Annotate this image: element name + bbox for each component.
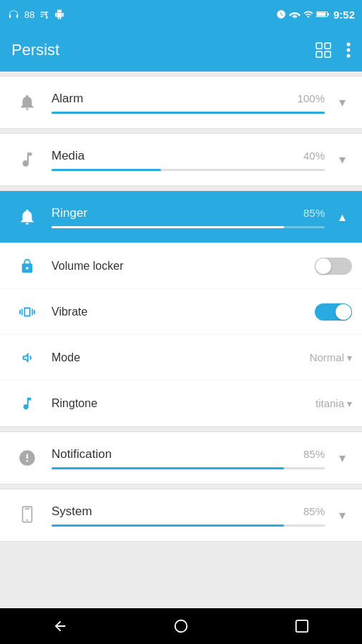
vibrate-icon: [19, 304, 35, 320]
more-icon[interactable]: [346, 42, 351, 59]
mode-text: Normal: [310, 351, 344, 364]
home-button[interactable]: [172, 617, 190, 635]
ringer-icon: [18, 208, 36, 226]
grid-icon[interactable]: [315, 42, 332, 59]
system-row-header[interactable]: System 85%: [0, 489, 362, 541]
battery-icon: [316, 9, 331, 19]
back-button[interactable]: [51, 617, 69, 635]
svg-rect-2: [317, 13, 326, 16]
alarm-progress-bg: [52, 112, 325, 114]
alarm-row-header[interactable]: Alarm 100%: [0, 77, 362, 128]
media-expand[interactable]: [332, 152, 352, 167]
volume-locker-toggle[interactable]: [315, 258, 352, 275]
mode-value[interactable]: Normal ▾: [310, 351, 352, 364]
ringer-label: Ringer: [52, 206, 87, 220]
back-icon: [52, 618, 68, 634]
svg-rect-14: [295, 620, 307, 632]
lock-icon: [19, 258, 35, 274]
notification-progress-bg: [52, 467, 325, 469]
alarm-chevron-down: [339, 94, 346, 110]
media-progress-bg: [52, 169, 325, 171]
alarm-info: Alarm 100%: [44, 92, 332, 114]
notification-row-header[interactable]: Notification 85%: [0, 432, 362, 484]
system-chevron-down: [339, 507, 346, 523]
alarm-expand[interactable]: [332, 94, 352, 110]
svg-rect-1: [328, 13, 329, 16]
alarm-icon-area: [10, 93, 44, 112]
ringer-percent: 85%: [303, 207, 325, 219]
svg-point-13: [175, 620, 187, 633]
vibrate-label: Vibrate: [44, 306, 315, 318]
recents-icon: [295, 619, 309, 633]
headphone-icon: [7, 9, 20, 19]
svg-rect-5: [316, 52, 322, 57]
ringer-row-header[interactable]: Ringer 85%: [0, 191, 362, 243]
notification-label: Notification: [52, 447, 112, 462]
system-info: System 85%: [44, 504, 332, 527]
svg-point-8: [347, 49, 351, 52]
ringtone-icon: [19, 396, 35, 411]
svg-rect-4: [325, 43, 331, 49]
notification-icon: [18, 449, 36, 467]
media-row-header[interactable]: Media 40%: [0, 134, 362, 185]
notification-info: Notification 85%: [44, 447, 332, 469]
toggle-on-vibrate[interactable]: [315, 303, 352, 321]
ringtone-text: titania: [315, 397, 344, 409]
system-progress-bg: [52, 525, 325, 527]
media-info: Media 40%: [44, 149, 332, 171]
ringtone-row: Ringtone titania ▾: [0, 381, 362, 426]
system-card: System 85%: [0, 489, 362, 542]
volume-locker-label: Volume locker: [44, 260, 315, 273]
ringer-icon-area: [10, 208, 44, 226]
mode-chevron: ▾: [347, 352, 352, 364]
system-percent: 85%: [303, 505, 325, 517]
recents-button[interactable]: [293, 617, 311, 635]
wifi-icon: [289, 10, 300, 19]
ringer-info: Ringer 85%: [44, 206, 332, 228]
ringer-chevron-up: [339, 209, 346, 225]
android-icon: [54, 9, 64, 19]
status-bar-right: 9:52: [276, 9, 355, 21]
main-content: Alarm 100% Media 40%: [0, 72, 362, 608]
ringtone-chevron: ▾: [347, 398, 352, 409]
vibrate-toggle[interactable]: [315, 303, 352, 321]
media-card: Media 40%: [0, 133, 362, 186]
svg-point-12: [26, 519, 29, 522]
media-icon: [18, 150, 36, 169]
system-expand[interactable]: [332, 507, 352, 523]
toggle-off-volume-locker[interactable]: [315, 258, 352, 275]
system-icon-area: [10, 506, 44, 525]
ringer-expand[interactable]: [332, 209, 352, 225]
alarm-progress-fill: [52, 112, 325, 114]
system-label: System: [52, 504, 92, 519]
home-icon: [173, 618, 189, 634]
system-icon: [19, 506, 35, 525]
status-number: 88: [24, 9, 34, 20]
volume-locker-icon-area: [10, 258, 44, 274]
ringer-progress-fill: [52, 226, 284, 228]
status-bar-left: 88: [7, 9, 64, 20]
notification-icon-area: [10, 449, 44, 467]
svg-rect-6: [325, 52, 331, 57]
notification-progress-fill: [52, 467, 284, 469]
bottom-nav: [0, 608, 362, 644]
alarm-icon: [18, 93, 36, 112]
mode-icon-area: [10, 350, 44, 366]
volume-locker-row: Volume locker: [0, 243, 362, 289]
ringer-sub-rows: Volume locker Vibrate: [0, 243, 362, 426]
mode-label: Mode: [44, 351, 310, 364]
notification-chevron-down: [339, 450, 346, 466]
volume-icon: [19, 350, 35, 366]
svg-rect-3: [316, 43, 322, 49]
media-label: Media: [52, 149, 84, 163]
svg-point-7: [347, 43, 351, 47]
notification-card: Notification 85%: [0, 431, 362, 484]
ringtone-value[interactable]: titania ▾: [315, 397, 352, 409]
vibrate-icon-area: [10, 304, 44, 320]
ringer-progress-bg: [52, 226, 325, 228]
alarm-percent: 100%: [298, 92, 325, 104]
mode-row: Mode Normal ▾: [0, 335, 362, 381]
alarm-card: Alarm 100%: [0, 76, 362, 129]
ringtone-label: Ringtone: [44, 397, 315, 410]
notification-expand[interactable]: [332, 450, 352, 466]
